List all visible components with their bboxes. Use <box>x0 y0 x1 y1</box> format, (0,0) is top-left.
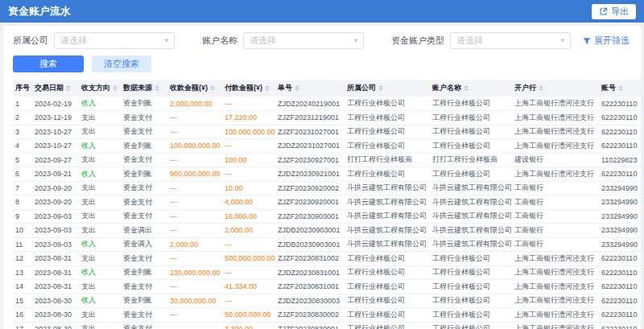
cell-payment: --- <box>222 237 275 252</box>
cell-direction: 支出 <box>79 308 121 323</box>
cell-account_no: 622230110 <box>599 294 641 308</box>
cell-date: 2023-08-31 <box>32 280 79 294</box>
content-card: 所属公司 请选择 ▾ 账户名称 请选择 ▾ 资金账户类型 请选择 ▾ <box>3 26 641 329</box>
cell-index: 11 <box>13 237 32 252</box>
cell-source: 资金支付 <box>121 252 167 266</box>
table-row: 162023-08-30支出资金支付---50,000,000.00ZJZF20… <box>13 308 641 323</box>
cell-bank: 工商银行 <box>512 181 599 195</box>
account-type-filter-label: 资金账户类型 <box>391 35 444 47</box>
cell-date: 2023-09-21 <box>32 167 79 182</box>
cell-account_no: 233294990 <box>599 195 641 210</box>
cell-payment: 41,334.00 <box>222 280 275 294</box>
cell-index: 8 <box>13 195 32 210</box>
column-header-source[interactable]: 数据来源 <box>121 80 167 97</box>
cell-company: 斗拱云建筑工程有限公司 <box>345 181 430 195</box>
sort-icon[interactable] <box>265 85 270 92</box>
column-header-date[interactable]: 交易日期 <box>32 80 79 97</box>
cell-source: 资金支付 <box>121 181 167 195</box>
cell-company: 工程行业样板公司 <box>345 125 430 139</box>
cell-source: 资金到账 <box>121 97 167 111</box>
cell-direction: 收入 <box>79 265 121 280</box>
sort-icon[interactable] <box>210 85 215 92</box>
export-button[interactable]: 导出 <box>592 4 636 19</box>
company-select[interactable]: 请选择 ▾ <box>54 32 175 49</box>
cell-source: 资金到账 <box>121 294 167 308</box>
clear-search-button[interactable]: 清空搜索 <box>92 56 151 72</box>
cell-payment: 4,000.00 <box>222 195 275 210</box>
cell-payment: 16,000.00 <box>222 209 275 224</box>
cell-income: --- <box>167 280 222 294</box>
table-row: 22023-12-19支出资金支付---17,220.00ZJZF2023121… <box>13 111 641 125</box>
cell-date: 2023-09-03 <box>32 224 79 238</box>
sort-icon[interactable] <box>155 85 159 92</box>
sort-icon[interactable] <box>66 85 71 92</box>
account-type-select[interactable]: 请选择 ▾ <box>450 32 571 49</box>
column-header-account[interactable]: 账户名称 <box>430 80 512 97</box>
sort-icon[interactable] <box>378 85 383 92</box>
cell-order_no: ZJZF20230830001 <box>275 322 345 329</box>
cell-source: 资金支付 <box>121 195 167 210</box>
cell-payment: --- <box>222 265 275 280</box>
cell-bank: 上海工商银行漕河泾支行 <box>512 322 599 329</box>
cell-date: 2023-08-30 <box>32 308 79 323</box>
cell-company: 工程行业样板公司 <box>345 139 430 154</box>
cell-order_no: ZJDB20230903001 <box>275 224 345 238</box>
sort-icon[interactable] <box>113 85 118 92</box>
cell-source: 资金调出 <box>121 224 167 238</box>
column-header-income[interactable]: 收款金额(¥) <box>167 80 222 97</box>
filter-account-type: 资金账户类型 请选择 ▾ <box>391 32 571 49</box>
column-label: 收支方向 <box>81 84 110 92</box>
cell-date: 2023-09-20 <box>32 195 79 210</box>
cell-income: 100,000,000.00 <box>167 139 222 154</box>
cell-income: --- <box>167 209 222 224</box>
account-name-select[interactable]: 请选择 ▾ <box>243 32 364 49</box>
column-header-bank[interactable]: 开户行 <box>512 80 599 97</box>
sort-icon[interactable] <box>464 85 469 92</box>
cell-income: --- <box>167 252 222 266</box>
cell-bank: 上海工商银行漕河泾支行 <box>512 125 599 139</box>
cell-direction: 支出 <box>79 125 121 139</box>
cell-source: 资金支付 <box>121 153 167 167</box>
sort-icon[interactable] <box>295 85 299 92</box>
column-label: 数据来源 <box>123 84 152 92</box>
cell-account_no: 622230110 <box>599 265 641 280</box>
page-title: 资金账户流水 <box>8 5 71 19</box>
filter-bar: 所属公司 请选择 ▾ 账户名称 请选择 ▾ 资金账户类型 请选择 ▾ <box>13 32 641 49</box>
cell-date: 2023-08-31 <box>32 252 79 266</box>
column-header-order_no[interactable]: 单号 <box>275 80 345 97</box>
table-row: 152023-08-30收入资金到账30,000,000.00---ZJDZ20… <box>13 294 641 308</box>
cell-index: 12 <box>13 252 32 266</box>
expand-filters-link[interactable]: 展开筛选 <box>583 35 630 47</box>
cell-income: --- <box>167 224 222 238</box>
cell-account: 斗拱云建筑工程有限公司 <box>430 237 512 252</box>
cell-account_no: 110229823 <box>599 153 641 167</box>
cell-bank: 上海工商银行漕河泾支行 <box>512 97 599 111</box>
table-row: 42023-10-27收入资金到账100,000,000.00---ZJDZ20… <box>13 139 641 154</box>
cell-income: 900,000,000.00 <box>167 167 222 182</box>
cell-payment: 3,300.00 <box>222 322 275 329</box>
cell-date: 2024-02-19 <box>32 97 79 111</box>
cell-account_no: 233294990 <box>599 209 641 224</box>
cell-company: 工程行业样板公司 <box>345 167 430 182</box>
cell-account_no: 622230110 <box>599 280 641 294</box>
sort-icon[interactable] <box>539 85 543 92</box>
cell-company: 工程行业样板公司 <box>345 322 430 329</box>
cell-source: 资金到账 <box>121 265 167 280</box>
column-header-payment[interactable]: 付款金额(¥) <box>222 80 275 97</box>
column-header-account_no[interactable]: 账号 <box>599 80 641 97</box>
chevron-down-icon: ▾ <box>560 37 564 44</box>
cell-company: 工程行业样板公司 <box>345 280 430 294</box>
search-button[interactable]: 搜索 <box>13 56 84 72</box>
column-header-direction[interactable]: 收支方向 <box>79 80 121 97</box>
sort-icon[interactable] <box>618 85 623 92</box>
column-label: 交易日期 <box>35 84 64 92</box>
cell-bank: 工商银行 <box>512 209 599 224</box>
cell-payment: 500,000,000.00 <box>222 252 275 266</box>
column-header-company[interactable]: 所属公司 <box>345 80 430 97</box>
cell-index: 14 <box>13 280 32 294</box>
cell-payment: 10.00 <box>222 181 275 195</box>
cell-company: 斗拱云建筑工程有限公司 <box>345 237 430 252</box>
cell-source: 资金支付 <box>121 308 167 323</box>
filter-account-name: 账户名称 请选择 ▾ <box>202 32 364 49</box>
filter-actions: 搜索 清空搜索 <box>13 56 641 72</box>
